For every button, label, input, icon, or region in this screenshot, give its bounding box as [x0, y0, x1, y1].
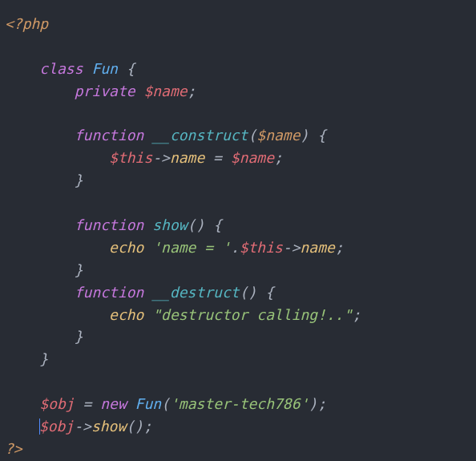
- semi: ;: [353, 306, 361, 323]
- arrow: ->: [152, 149, 170, 166]
- brace: {: [265, 284, 274, 301]
- paren: ): [309, 395, 317, 412]
- semi: ;: [274, 149, 283, 166]
- var-this: $this: [240, 239, 283, 256]
- paren: (: [188, 216, 196, 233]
- op-eq: =: [75, 395, 101, 412]
- php-open-tag: <?php: [5, 15, 48, 32]
- brace: {: [127, 60, 135, 77]
- paren: ): [135, 418, 143, 435]
- brace: }: [75, 261, 83, 278]
- call-show: show: [91, 418, 126, 435]
- string-literal: 'master-tech786': [170, 395, 309, 412]
- op-eq: =: [204, 149, 231, 166]
- paren: (: [161, 395, 170, 412]
- kw-echo: echo: [109, 306, 143, 323]
- prop-name: name: [301, 239, 335, 256]
- prop-name: name: [170, 149, 204, 166]
- semi: ;: [335, 239, 344, 256]
- paren: (: [126, 418, 135, 435]
- code-block: <?php class Fun { private $name; functio…: [0, 0, 476, 461]
- kw-class: class: [39, 60, 83, 77]
- string-literal: 'name = ': [152, 239, 231, 256]
- var-this: $this: [109, 149, 152, 166]
- brace: {: [317, 127, 326, 144]
- semi: ;: [317, 395, 326, 412]
- brace: }: [39, 350, 48, 367]
- paren: ): [196, 216, 204, 233]
- fn-show: show: [152, 216, 187, 233]
- kw-function: function: [75, 216, 144, 233]
- kw-private: private: [75, 83, 135, 99]
- paren: (: [240, 284, 248, 301]
- semi: ;: [143, 418, 152, 435]
- kw-new: new: [100, 395, 127, 412]
- semi: ;: [188, 83, 196, 99]
- var-name: $name: [231, 149, 274, 166]
- paren: (: [248, 127, 256, 144]
- fn-destruct: __destruct: [152, 284, 239, 301]
- kw-echo: echo: [109, 239, 143, 256]
- var-obj: $obj: [39, 395, 74, 412]
- kw-function: function: [75, 127, 144, 144]
- op-concat: .: [231, 239, 240, 256]
- var-name: $name: [143, 83, 187, 99]
- var-obj: $obj: [39, 418, 74, 435]
- fn-construct: __construct: [152, 127, 248, 144]
- brace: }: [75, 328, 83, 345]
- brace: }: [75, 172, 83, 188]
- kw-function: function: [75, 284, 144, 301]
- arrow: ->: [74, 418, 91, 435]
- string-literal: "destructor calling!..": [152, 306, 352, 323]
- paren: ): [248, 284, 256, 301]
- class-name: Fun: [135, 395, 162, 412]
- paren: ): [301, 127, 309, 144]
- class-name: Fun: [91, 60, 118, 77]
- php-close-tag: ?>: [5, 440, 22, 457]
- arrow: ->: [283, 239, 301, 256]
- param-name: $name: [256, 127, 300, 144]
- brace: {: [213, 216, 222, 233]
